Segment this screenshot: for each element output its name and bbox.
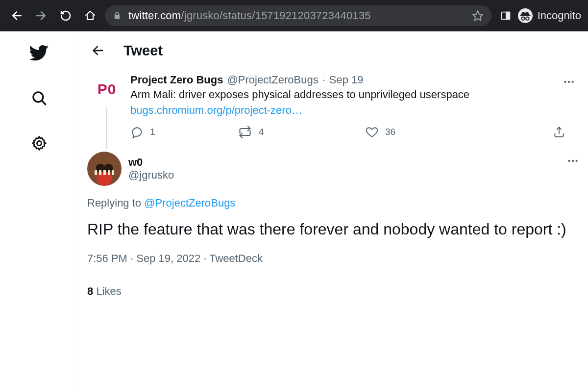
- incognito-label: Incognito: [538, 9, 581, 22]
- back-button[interactable]: [7, 6, 26, 26]
- lock-icon: [113, 11, 122, 20]
- tweet-more-icon[interactable]: [566, 155, 579, 167]
- incognito-icon: [518, 8, 533, 23]
- incognito-indicator[interactable]: Incognito: [518, 8, 581, 23]
- settings-gear-icon[interactable]: [26, 131, 52, 156]
- reload-button[interactable]: [56, 6, 75, 26]
- retweet-count: 4: [259, 127, 264, 137]
- url-host: twitter.com: [128, 9, 181, 22]
- parent-tweet[interactable]: P0 Project Zero Bugs @ProjectZeroBugs · …: [78, 70, 588, 149]
- likes-label: Likes: [96, 285, 121, 297]
- bookmark-star-icon[interactable]: [472, 10, 484, 22]
- author-avatar[interactable]: [87, 152, 122, 186]
- svg-rect-6: [520, 15, 530, 16]
- reply-count: 1: [150, 127, 155, 137]
- sidebar: [0, 31, 78, 392]
- svg-point-17: [568, 160, 570, 162]
- svg-marker-2: [473, 11, 483, 21]
- svg-point-14: [568, 81, 570, 83]
- tweet-date: Sep 19, 2022: [136, 252, 200, 264]
- likes-count: 8: [87, 285, 93, 297]
- svg-point-19: [575, 160, 577, 162]
- parent-avatar[interactable]: P0: [91, 74, 122, 105]
- divider: [87, 276, 579, 276]
- main-column: Tweet P0 Project Zero Bugs @ProjectZeroB…: [78, 31, 588, 392]
- author-handle[interactable]: @jgrusko: [128, 169, 174, 182]
- header-back-button[interactable]: [87, 40, 109, 61]
- thread-connector: [106, 107, 107, 149]
- page-title: Tweet: [123, 43, 163, 59]
- tweet-time: 7:56 PM: [87, 252, 127, 264]
- url-path: /jgrusko/status/1571921203723440135: [181, 9, 370, 22]
- home-button[interactable]: [80, 6, 100, 26]
- browser-toolbar: twitter.com/jgrusko/status/1571921203723…: [0, 0, 588, 31]
- svg-point-18: [572, 160, 574, 162]
- tweet-meta[interactable]: 7:56 PM · Sep 19, 2022 · TweetDeck: [87, 252, 579, 265]
- reader-mode-icon[interactable]: [500, 10, 511, 21]
- parent-action-bar: 1 4 36: [130, 125, 579, 149]
- parent-tweet-text: Arm Mali: driver exposes physical addres…: [130, 87, 579, 102]
- reply-button[interactable]: 1: [130, 126, 238, 138]
- forward-button[interactable]: [31, 6, 51, 26]
- svg-line-10: [42, 101, 45, 105]
- replying-to: Replying to @ProjectZeroBugs: [87, 197, 579, 209]
- parent-display-name[interactable]: Project Zero Bugs: [130, 74, 223, 86]
- explore-search-icon[interactable]: [26, 85, 52, 111]
- parent-link[interactable]: bugs.chromium.org/p/project-zero…: [130, 104, 302, 116]
- tweet-source: TweetDeck: [209, 252, 263, 264]
- svg-point-11: [37, 141, 41, 145]
- author-display-name[interactable]: w0: [128, 156, 174, 169]
- tweet-text: RIP the feature that was there forever a…: [87, 219, 579, 239]
- svg-point-13: [564, 81, 566, 83]
- page-header: Tweet: [78, 31, 588, 70]
- like-count: 36: [385, 127, 395, 137]
- share-button[interactable]: [553, 126, 565, 138]
- parent-more-icon[interactable]: [563, 76, 575, 88]
- like-button[interactable]: 36: [366, 126, 493, 138]
- parent-date[interactable]: Sep 19: [329, 74, 364, 86]
- likes-summary[interactable]: 8 Likes: [87, 285, 579, 298]
- replying-to-link[interactable]: @ProjectZeroBugs: [144, 197, 235, 209]
- svg-point-15: [571, 81, 573, 83]
- omnibox[interactable]: twitter.com/jgrusko/status/1571921203723…: [105, 5, 491, 26]
- svg-rect-4: [506, 12, 510, 20]
- twitter-logo-icon[interactable]: [26, 40, 52, 66]
- retweet-button[interactable]: 4: [238, 125, 366, 139]
- main-tweet: w0 @jgrusko Replying to @ProjectZeroBugs…: [78, 149, 588, 298]
- parent-handle[interactable]: @ProjectZeroBugs: [227, 74, 318, 86]
- omnibox-url: twitter.com/jgrusko/status/1571921203723…: [128, 9, 371, 22]
